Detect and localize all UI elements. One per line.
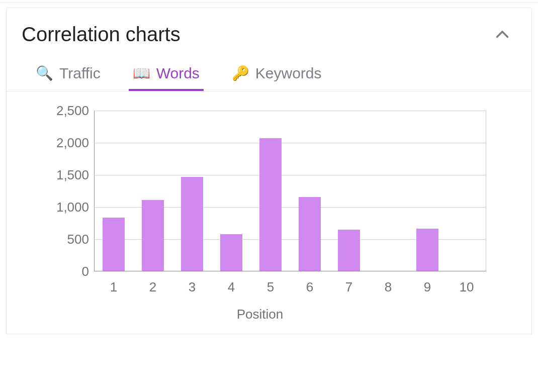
x-tick-label: 6 <box>306 279 313 295</box>
collapse-chevron-up-icon[interactable] <box>493 26 516 44</box>
y-tick-label: 1,500 <box>29 167 89 183</box>
tab-label: Words <box>156 65 200 82</box>
bar <box>181 177 203 271</box>
top-separator <box>0 0 538 3</box>
plot-area <box>94 111 486 271</box>
y-tick-label: 0 <box>29 264 89 279</box>
chart-area: Position 05001,0001,5002,0002,5001234567… <box>22 106 516 322</box>
x-axis-line <box>94 271 486 271</box>
bar <box>103 218 125 271</box>
tabs-underline <box>7 91 531 91</box>
chart-tabs: 🔍Traffic📖Words🔑Keywords <box>22 63 516 91</box>
x-tick-label: 1 <box>110 279 117 295</box>
bar <box>142 200 164 271</box>
tab-label: Keywords <box>255 65 322 82</box>
tab-traffic[interactable]: 🔍Traffic <box>35 63 102 91</box>
bar <box>259 138 282 271</box>
bar <box>299 197 321 271</box>
y-axis-line <box>94 111 95 271</box>
gridline <box>94 143 486 143</box>
section-title: Correlation charts <box>22 23 181 46</box>
x-tick-label: 5 <box>267 279 274 295</box>
x-tick-label: 7 <box>345 279 352 295</box>
x-tick-label: 2 <box>149 279 156 295</box>
y-tick-label: 2,500 <box>29 103 89 119</box>
words-bar-chart: Position 05001,0001,5002,0002,5001234567… <box>29 106 491 322</box>
card-header: Correlation charts <box>22 23 516 46</box>
magnifier-icon: 🔍 <box>36 66 53 80</box>
x-tick-label: 4 <box>228 279 235 295</box>
bar <box>220 234 242 271</box>
tab-words[interactable]: 📖Words <box>132 63 201 91</box>
x-tick-label: 3 <box>189 279 196 295</box>
x-axis-title: Position <box>29 307 491 322</box>
book-icon: 📖 <box>133 66 150 80</box>
y-tick-label: 500 <box>29 232 89 247</box>
x-tick-label: 9 <box>424 279 431 295</box>
tab-keywords[interactable]: 🔑Keywords <box>231 63 323 91</box>
tab-label: Traffic <box>59 65 101 82</box>
gridline <box>94 175 486 175</box>
gridline <box>94 111 486 111</box>
key-icon: 🔑 <box>232 66 249 80</box>
x-tick-label: 8 <box>385 279 392 295</box>
y-tick-label: 2,000 <box>29 135 89 151</box>
bar <box>338 230 360 271</box>
x-tick-label: 10 <box>460 279 474 295</box>
correlation-charts-card: Correlation charts 🔍Traffic📖Words🔑Keywor… <box>6 8 532 334</box>
bar <box>416 229 438 271</box>
y-tick-label: 1,000 <box>29 200 89 215</box>
right-border <box>486 111 486 271</box>
